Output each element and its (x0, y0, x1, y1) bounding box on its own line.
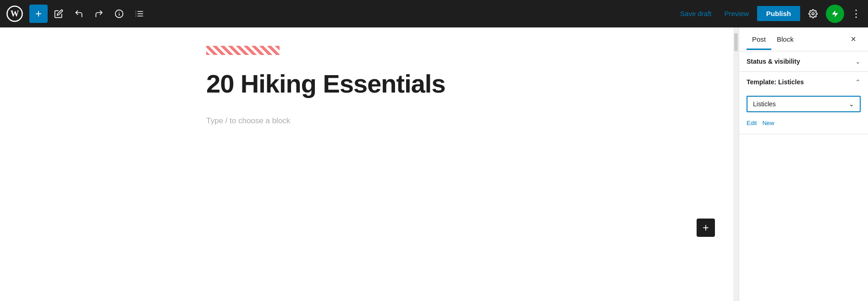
more-options-button[interactable]: ⋮ (848, 5, 864, 22)
publish-button[interactable]: Publish (757, 6, 800, 21)
sidebar-close-button[interactable]: × (846, 32, 861, 47)
svg-marker-12 (832, 10, 838, 17)
add-block-float-button[interactable]: + (697, 219, 715, 237)
sidebar-tabs: Post Block × (739, 27, 868, 51)
status-visibility-header[interactable]: Status & visibility ⌄ (739, 51, 868, 71)
undo-button[interactable] (70, 5, 88, 23)
toolbar-right: Save draft Preview Publish ⋮ (676, 5, 864, 23)
status-visibility-title: Status & visibility (747, 58, 800, 65)
template-section-title: Template: Listicles (747, 78, 804, 86)
template-links: Edit New (739, 118, 868, 134)
editor-scrollbar[interactable] (733, 27, 739, 301)
scrollbar-thumb (734, 33, 738, 51)
template-section: Template: Listicles ⌃ Listicles ⌄ Edit N… (739, 72, 868, 134)
main-toolbar: W + (0, 0, 868, 27)
tab-block[interactable]: Block (771, 29, 799, 49)
post-title[interactable]: 20 Hiking Essentials (206, 70, 527, 98)
sidebar: Post Block × Status & visibility ⌄ Templ… (739, 27, 868, 301)
settings-button[interactable] (804, 5, 822, 23)
info-button[interactable] (110, 5, 128, 23)
status-visibility-section: Status & visibility ⌄ (739, 51, 868, 72)
wp-logo[interactable]: W (4, 0, 26, 27)
status-visibility-chevron: ⌄ (855, 58, 861, 65)
template-edit-link[interactable]: Edit (747, 120, 757, 126)
redo-button[interactable] (90, 5, 108, 23)
save-draft-button[interactable]: Save draft (676, 7, 716, 20)
template-dropdown[interactable]: Listicles ⌄ (747, 96, 861, 112)
template-dropdown-chevron: ⌄ (849, 100, 854, 108)
editor-area[interactable]: 20 Hiking Essentials Type / to choose a … (0, 27, 733, 301)
block-placeholder[interactable]: Type / to choose a block (206, 116, 527, 126)
featured-image-placeholder[interactable] (206, 46, 280, 55)
jetpack-button[interactable] (826, 5, 844, 23)
template-section-header[interactable]: Template: Listicles ⌃ (739, 72, 868, 92)
tab-post[interactable]: Post (747, 29, 771, 49)
svg-point-11 (812, 12, 814, 15)
add-block-button[interactable]: + (29, 5, 48, 23)
list-view-button[interactable] (130, 5, 148, 23)
template-new-link[interactable]: New (762, 120, 774, 126)
svg-text:W: W (11, 9, 19, 18)
main-layout: 20 Hiking Essentials Type / to choose a … (0, 27, 868, 301)
preview-button[interactable]: Preview (720, 7, 753, 20)
edit-button[interactable] (49, 5, 68, 23)
template-dropdown-value: Listicles (753, 100, 776, 108)
editor-content: 20 Hiking Essentials Type / to choose a … (179, 27, 555, 144)
template-chevron: ⌃ (855, 78, 861, 86)
